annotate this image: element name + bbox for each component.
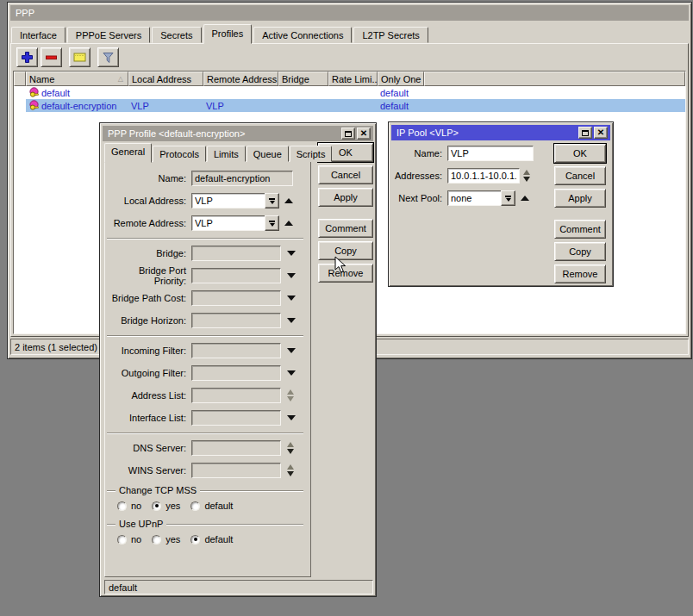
tab-active-connections[interactable]: Active Connections: [253, 27, 352, 43]
dropdown-arrow-icon[interactable]: [287, 296, 296, 301]
tab-protocols[interactable]: Protocols: [153, 146, 206, 162]
column-bridge[interactable]: Bridge: [278, 72, 328, 86]
maximize-icon: [345, 131, 352, 137]
bridge-horizon-field[interactable]: [191, 313, 281, 328]
separator: [107, 335, 303, 336]
comment-button[interactable]: Comment: [318, 219, 373, 238]
dialog-title: IP Pool <VLP>: [396, 128, 459, 138]
next-pool-dropdown-button[interactable]: [501, 190, 515, 206]
incoming-filter-field[interactable]: [191, 343, 281, 358]
bridge-path-cost-row: Bridge Path Cost:: [105, 290, 310, 306]
remove-button[interactable]: [41, 47, 62, 67]
profile-titlebar[interactable]: PPP Profile <default-encryption> ✕: [103, 126, 373, 141]
pool-addresses-field[interactable]: [447, 168, 520, 184]
add-button[interactable]: [16, 47, 38, 67]
dropdown-arrow-icon[interactable]: [287, 318, 296, 323]
tab-general[interactable]: General: [104, 143, 152, 163]
name-field[interactable]: [191, 171, 293, 186]
ppp-tabstrip: Interface PPPoE Servers Secrets Profiles…: [11, 24, 690, 43]
tab-interface[interactable]: Interface: [11, 27, 66, 43]
local-address-row: Local Address:: [105, 193, 310, 208]
wins-server-field[interactable]: [191, 463, 281, 478]
remove-button[interactable]: Remove: [554, 264, 606, 283]
radio-upnp-yes[interactable]: [152, 535, 161, 544]
cancel-button[interactable]: Cancel: [318, 165, 373, 184]
maximize-button[interactable]: [341, 128, 355, 140]
column-only-one[interactable]: Only One: [378, 72, 424, 86]
dropdown-arrow-icon[interactable]: [287, 273, 296, 278]
dropdown-arrow-icon[interactable]: [287, 370, 296, 376]
apply-button[interactable]: Apply: [318, 188, 373, 207]
radio-upnp-no[interactable]: [117, 535, 127, 544]
tab-secrets[interactable]: Secrets: [152, 27, 201, 43]
table-row-default-encryption[interactable]: default-encryption VLP VLP default: [14, 99, 685, 112]
dns-server-field[interactable]: [191, 440, 281, 456]
dropdown-arrow-icon[interactable]: [287, 415, 296, 420]
spinner[interactable]: [287, 389, 294, 401]
spinner[interactable]: [287, 464, 294, 476]
local-address-field[interactable]: [191, 193, 265, 208]
collapse-up-icon[interactable]: [521, 196, 529, 201]
radio-upnp-default[interactable]: [190, 535, 200, 544]
interface-list-field[interactable]: [191, 410, 281, 426]
spinner[interactable]: [287, 442, 294, 454]
sort-asc-icon: △: [118, 75, 125, 83]
remote-address-combo: [191, 215, 279, 231]
tab-pppoe-servers[interactable]: PPPoE Servers: [67, 27, 150, 43]
comment-button[interactable]: Comment: [554, 220, 606, 239]
tab-l2tp-secrets[interactable]: L2TP Secrets: [353, 27, 428, 43]
dropdown-icon: [269, 221, 275, 222]
collapse-up-icon[interactable]: [284, 198, 293, 203]
comment-button[interactable]: [69, 47, 91, 67]
close-button[interactable]: ✕: [594, 127, 608, 139]
wins-server-row: WINS Server:: [105, 463, 310, 478]
column-name[interactable]: Name △: [26, 72, 128, 86]
filter-button[interactable]: [97, 47, 119, 67]
radio-tcp-mss-default[interactable]: [190, 501, 200, 511]
remote-address-dropdown-button[interactable]: [265, 215, 279, 231]
dropdown-arrow-icon[interactable]: [287, 251, 296, 256]
bridge-field[interactable]: [191, 246, 281, 261]
filter-icon: [102, 52, 115, 64]
incoming-filter-row: Incoming Filter:: [105, 343, 310, 358]
table-row-default[interactable]: default default: [14, 86, 685, 99]
remote-address-field[interactable]: [191, 215, 265, 231]
ppp-titlebar[interactable]: PPP: [10, 5, 689, 21]
pool-titlebar[interactable]: IP Pool <VLP> ✕: [391, 125, 610, 140]
profile-status-bar: default: [104, 580, 373, 594]
pool-name-field[interactable]: [447, 146, 534, 161]
close-button[interactable]: ✕: [357, 128, 371, 140]
spinner[interactable]: [523, 170, 530, 182]
dropdown-icon: [269, 198, 275, 200]
bridge-row: Bridge:: [105, 246, 310, 261]
cancel-button[interactable]: Cancel: [554, 166, 606, 185]
column-flag[interactable]: [14, 72, 26, 86]
maximize-icon: [582, 130, 589, 136]
maximize-button[interactable]: [578, 127, 592, 139]
pool-name-row: Name:: [392, 146, 534, 161]
outgoing-filter-field[interactable]: [191, 365, 281, 381]
tab-profiles[interactable]: Profiles: [203, 24, 253, 44]
ok-button[interactable]: OK: [554, 144, 606, 163]
ppp-profile-icon: [28, 100, 40, 111]
spin-up-icon: [287, 442, 294, 447]
bridge-path-cost-field[interactable]: [191, 290, 281, 306]
bridge-port-priority-field[interactable]: [191, 268, 281, 283]
column-local-address[interactable]: Local Address: [128, 72, 203, 86]
column-rate-limit[interactable]: Rate Limi...: [328, 72, 378, 86]
comment-icon: [73, 52, 87, 63]
tab-scripts[interactable]: Scripts: [290, 146, 333, 162]
address-list-field[interactable]: [191, 388, 281, 403]
column-remote-address[interactable]: Remote Address: [203, 72, 278, 86]
radio-tcp-mss-yes[interactable]: [152, 501, 161, 511]
local-address-dropdown-button[interactable]: [265, 193, 279, 208]
dropdown-arrow-icon[interactable]: [287, 348, 296, 353]
tab-queue[interactable]: Queue: [247, 146, 289, 162]
mouse-cursor-icon: [334, 256, 347, 276]
tab-limits[interactable]: Limits: [207, 146, 246, 162]
next-pool-field[interactable]: [447, 190, 501, 206]
apply-button[interactable]: Apply: [554, 189, 606, 208]
copy-button[interactable]: Copy: [554, 242, 606, 261]
radio-tcp-mss-no[interactable]: [117, 501, 127, 511]
collapse-up-icon[interactable]: [284, 221, 293, 226]
